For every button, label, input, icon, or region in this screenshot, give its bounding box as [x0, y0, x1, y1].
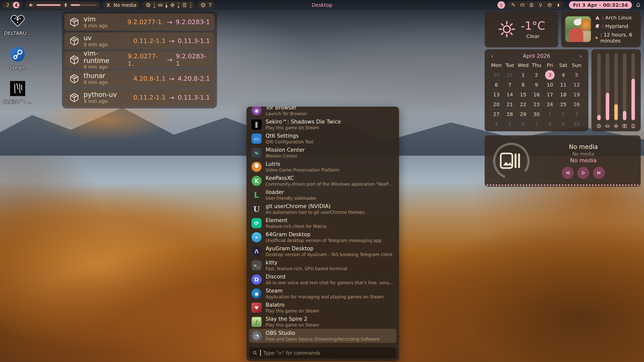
network-icon[interactable]: [520, 3, 525, 8]
launcher-item[interactable]: >_ kitty Fast, feature-rich, GPU based t…: [249, 258, 397, 272]
calendar-day[interactable]: 1: [545, 109, 555, 119]
app-description: Application for managing and playing gam…: [266, 294, 384, 299]
bulb-tray-icon[interactable]: [538, 3, 543, 8]
calendar-day[interactable]: 7: [532, 119, 541, 129]
launcher-item[interactable]: D Discord All-in-one voice and text chat…: [249, 272, 397, 287]
calendar-day[interactable]: 30: [492, 70, 501, 80]
calendar-day[interactable]: 31: [505, 70, 515, 80]
calendar-day[interactable]: 2: [532, 70, 541, 80]
volume-slider[interactable]: [37, 4, 61, 6]
launcher-item[interactable]: ▭ Qt6 Settings Qt6 Configuration Tool: [249, 132, 397, 146]
launcher-item[interactable]: ➤ 64Gram Desktop Unofficial desktop vers…: [249, 230, 397, 244]
calendar-day[interactable]: 25: [558, 100, 568, 109]
desktop-icon-deltarune[interactable]: DELTARU...: [4, 12, 32, 36]
notifications-button[interactable]: [634, 1, 642, 9]
calendar-day[interactable]: 10: [572, 119, 581, 129]
desktop-icon-steam[interactable]: Steam: [4, 46, 32, 70]
calendar-day[interactable]: 5: [572, 70, 581, 80]
calendar-day[interactable]: 22: [518, 100, 528, 109]
calendar-day[interactable]: 19: [572, 90, 581, 99]
calendar-day[interactable]: 1: [518, 70, 528, 80]
clock[interactable]: Fri 3 Apr - 00:32:34: [569, 1, 632, 9]
launcher-item[interactable]: ⟳ Element Feature-rich client for Matrix: [249, 216, 397, 230]
play-button[interactable]: [577, 167, 589, 179]
calendar-day[interactable]: 8: [545, 119, 555, 129]
launcher-item[interactable]: Λ AyuGram Desktop Desktop version of Ayu…: [249, 244, 397, 258]
launcher-item[interactable]: ◉ Steam Application for managing and pla…: [249, 287, 397, 301]
calendar-day[interactable]: 15: [518, 90, 528, 99]
calendar-day[interactable]: 16: [532, 90, 541, 99]
balatro-icon: ♥: [252, 303, 262, 313]
steam-tray-icon[interactable]: [547, 3, 552, 8]
launcher-item[interactable]: ∥ Sekiro™: Shadows Die Twice Play this g…: [249, 117, 397, 132]
launcher-item[interactable]: Lutris Video Game Preservation Platform: [249, 160, 397, 174]
mic-slider[interactable]: [71, 4, 97, 6]
launcher-search-input[interactable]: Type ">" for commands: [249, 347, 397, 358]
calendar-day[interactable]: 13: [492, 90, 501, 99]
update-item[interactable]: vim 9 min ago 9.2.0277-1. → 9.2.0283-1: [64, 14, 214, 30]
desktop-icon-sekiro[interactable]: Sekiro™: ...: [4, 81, 32, 105]
calendar-day[interactable]: 29: [518, 109, 528, 119]
keepassxc-tray-icon[interactable]: [511, 3, 516, 8]
calendar-day[interactable]: 6: [492, 80, 501, 90]
calendar-day[interactable]: 14: [505, 90, 515, 99]
calendar-day[interactable]: 11: [558, 80, 568, 90]
calendar-day[interactable]: 27: [492, 109, 501, 119]
gpu-usage-bar: [178, 2, 179, 8]
calendar-day[interactable]: 26: [572, 100, 581, 109]
calendar-day[interactable]: 21: [505, 100, 515, 109]
calendar-day[interactable]: 23: [532, 100, 541, 109]
calendar-day[interactable]: 4: [558, 70, 568, 80]
workspace-2[interactable]: 2: [5, 2, 10, 8]
launcher-item[interactable]: ∿ Mission Center Mission Center: [249, 146, 397, 160]
calendar-day[interactable]: 7: [505, 80, 515, 90]
calendar-day[interactable]: 28: [505, 109, 515, 119]
calendar-day[interactable]: 9: [532, 80, 541, 90]
workspace-4-active[interactable]: 4: [13, 2, 19, 8]
launcher-item[interactable]: ∕ Slay the Spire 2 Play this game on Ste…: [249, 315, 397, 329]
update-item[interactable]: vim-runtime 9 min ago 9.2.0277-1. → 9.2.…: [64, 51, 214, 68]
update-item[interactable]: thunar 9 min ago 4.20.8-1.1 → 4.20.8-2.1: [64, 70, 214, 87]
old-version: 4.20.8-1.1: [133, 75, 166, 82]
battery-icon[interactable]: [556, 3, 561, 8]
calendar-day[interactable]: 3: [572, 109, 581, 119]
previous-button[interactable]: [562, 167, 574, 179]
calendar-next-button[interactable]: ›: [578, 53, 583, 59]
calendar-day[interactable]: 12: [572, 80, 581, 90]
calendar-day[interactable]: 20: [492, 100, 501, 109]
update-item[interactable]: uv 9 min ago 0.11.2-1.1 → 0.11.3-1.1: [64, 32, 214, 49]
launcher-item-text: Sekiro™: Shadows Die Twice Play this gam…: [266, 119, 341, 130]
launcher-item[interactable]: ◉ Tor Browser Launch Tor Browser: [249, 107, 397, 117]
app-name: Tor Browser: [266, 107, 307, 111]
color-picker-button[interactable]: [497, 1, 505, 9]
calendar-day[interactable]: 4: [492, 119, 501, 129]
calendar-day[interactable]: 18: [558, 90, 568, 99]
calendar-day[interactable]: 9: [558, 119, 568, 129]
calendar-day[interactable]: 3: [545, 70, 555, 80]
element-icon: ⟳: [252, 218, 262, 228]
uptime-row: : 12 hours, 6 minutes: [595, 32, 637, 44]
app-description: Play this game on Steam: [266, 308, 319, 313]
update-item[interactable]: python-uv 9 min ago 0.11.2-1.1 → 0.11.3-…: [64, 89, 214, 106]
next-button[interactable]: [593, 167, 605, 179]
qt6-settings-icon: ▭: [252, 134, 262, 144]
calendar-day[interactable]: 2: [558, 109, 568, 119]
calendar-day[interactable]: 30: [532, 109, 541, 119]
calendar-day[interactable]: 10: [545, 80, 555, 90]
launcher-item[interactable]: ♥ Balatro Play this game on Steam: [249, 301, 397, 315]
obs-tray-icon[interactable]: [529, 3, 534, 8]
updates-pill[interactable]: 7: [197, 1, 215, 9]
launcher-item[interactable]: ◔ OBS Studio Free and Open Source Stream…: [249, 329, 397, 343]
new-version: 0.11.3-1.1: [178, 37, 210, 45]
media-pill[interactable]: No media: [103, 1, 140, 9]
calendar-day[interactable]: 6: [518, 119, 528, 129]
calendar-day[interactable]: 5: [505, 119, 515, 129]
launcher-item[interactable]: K KeePassXC Community-driven port of the…: [249, 174, 397, 188]
launcher-item[interactable]: L iloader User-friendly sideloader: [249, 188, 397, 202]
launcher-item[interactable]: U git userChrome (NVIDIA) An automation …: [249, 202, 397, 216]
calendar-day[interactable]: 24: [545, 100, 555, 109]
calendar-prev-button[interactable]: ‹: [490, 53, 495, 59]
calendar-day[interactable]: 8: [518, 80, 528, 90]
calendar-day[interactable]: 17: [545, 90, 555, 99]
ram-column: [604, 53, 611, 129]
